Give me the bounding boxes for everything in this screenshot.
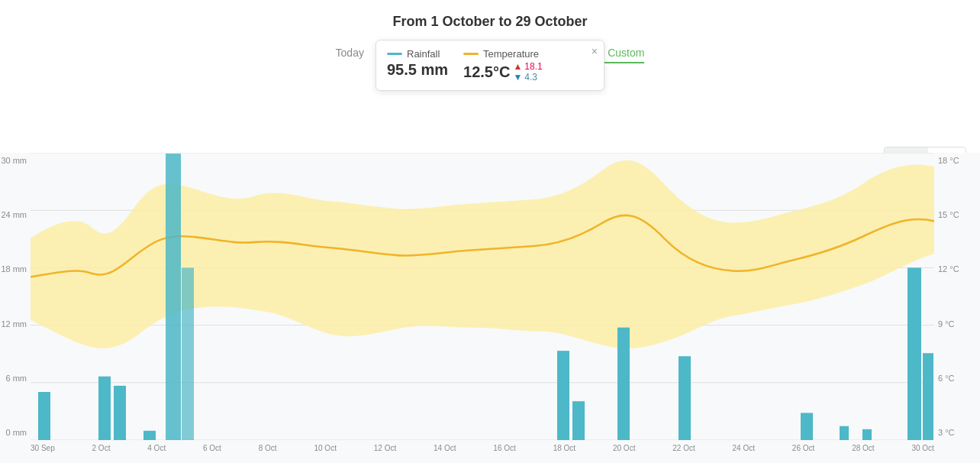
temp-line-icon xyxy=(463,53,479,55)
x-label-24oct: 24 Oct xyxy=(733,444,755,452)
y-label-12c: 12 °C xyxy=(934,264,980,274)
y-label-30mm: 30 mm xyxy=(0,156,31,165)
tooltip-temp-section: Temperature 12.5°C ▲ 18.1 ▼ 4.3 xyxy=(463,48,543,83)
bar-4oct2 xyxy=(182,267,194,440)
header: From 1 October to 29 October xyxy=(0,0,980,36)
y-label-6c: 6 °C xyxy=(934,374,980,383)
tooltip-temp-details: ▲ 18.1 ▼ 4.3 xyxy=(513,61,542,83)
chart-svg-container xyxy=(31,153,934,440)
x-label-30sep: 30 Sep xyxy=(31,444,55,452)
x-label-14oct: 14 Oct xyxy=(434,444,456,452)
tooltip-card: × Rainfall 95.5 mm Temperature 12.5°C ▲ … xyxy=(376,40,604,91)
page-title: From 1 October to 29 October xyxy=(392,14,587,29)
x-label-10oct: 10 Oct xyxy=(314,444,336,452)
y-axis-right: 18 °C 15 °C 12 °C 9 °C 6 °C 3 °C xyxy=(934,153,980,440)
x-label-16oct: 16 Oct xyxy=(493,444,515,452)
bar-30sep xyxy=(38,392,50,440)
y-label-12mm: 12 mm xyxy=(0,319,31,329)
rainfall-line-icon xyxy=(387,53,402,55)
y-label-0mm: 0 mm xyxy=(0,428,31,437)
x-label-22oct: 22 Oct xyxy=(672,444,695,452)
bar-4oct xyxy=(166,154,181,440)
temp-high-value: 18.1 xyxy=(524,61,542,72)
bar-29oct xyxy=(923,353,933,440)
y-label-6mm: 6 mm xyxy=(0,374,31,383)
x-label-4oct: 4 Oct xyxy=(147,444,166,452)
tooltip-temp-value: 12.5°C xyxy=(463,63,510,81)
y-label-24mm: 24 mm xyxy=(0,210,31,219)
temp-high-row: ▲ 18.1 xyxy=(513,61,542,72)
bar-25oct xyxy=(840,426,849,440)
bar-20oct xyxy=(679,356,691,440)
x-label-12oct: 12 Oct xyxy=(374,444,396,452)
chart-area: 30 mm 24 mm 18 mm 12 mm 6 mm 0 mm 18 °C … xyxy=(0,153,980,463)
x-label-2oct: 2 Oct xyxy=(92,444,111,452)
y-label-18mm: 18 mm xyxy=(0,264,31,274)
tooltip-rainfall-section: Rainfall 95.5 mm xyxy=(387,48,448,83)
y-label-9c: 9 °C xyxy=(934,319,980,329)
x-label-30oct: 30 Oct xyxy=(911,444,933,452)
x-label-20oct: 20 Oct xyxy=(613,444,635,452)
x-label-8oct: 8 Oct xyxy=(259,444,277,452)
tooltip-rainfall-label: Rainfall xyxy=(387,48,448,60)
x-label-6oct: 6 Oct xyxy=(203,444,221,452)
bar-16oct xyxy=(557,351,569,440)
y-label-15c: 15 °C xyxy=(934,210,980,219)
y-axis-left: 30 mm 24 mm 18 mm 12 mm 6 mm 0 mm xyxy=(0,153,31,440)
x-label-28oct: 28 Oct xyxy=(852,444,874,452)
y-label-18c: 18 °C xyxy=(934,156,980,165)
temp-low-value: 4.3 xyxy=(524,72,537,83)
tooltip-rainfall-value: 95.5 mm xyxy=(387,61,448,79)
bar-2oct-small xyxy=(98,377,111,440)
tab-today[interactable]: Today xyxy=(336,44,364,63)
tooltip-temp-label: Temperature xyxy=(463,48,543,60)
x-axis: 30 Sep 2 Oct 4 Oct 6 Oct 8 Oct 10 Oct 12… xyxy=(31,440,934,463)
x-label-18oct: 18 Oct xyxy=(553,444,575,452)
tooltip-temp-main: 12.5°C ▲ 18.1 ▼ 4.3 xyxy=(463,61,543,83)
bar-2oct-large xyxy=(114,386,126,440)
bar-28oct xyxy=(907,267,921,440)
bar-18oct xyxy=(617,328,630,440)
temp-low-row: ▼ 4.3 xyxy=(513,72,542,83)
close-icon[interactable]: × xyxy=(592,45,598,57)
bar-165oct xyxy=(572,401,585,440)
bar-26oct xyxy=(862,429,872,440)
bar-24oct xyxy=(801,413,813,440)
chart-svg xyxy=(31,153,934,440)
x-label-26oct: 26 Oct xyxy=(792,444,814,452)
y-label-3c: 3 °C xyxy=(934,428,980,437)
bar-3oct xyxy=(143,431,156,440)
page: From 1 October to 29 October × Rainfall … xyxy=(0,0,980,463)
